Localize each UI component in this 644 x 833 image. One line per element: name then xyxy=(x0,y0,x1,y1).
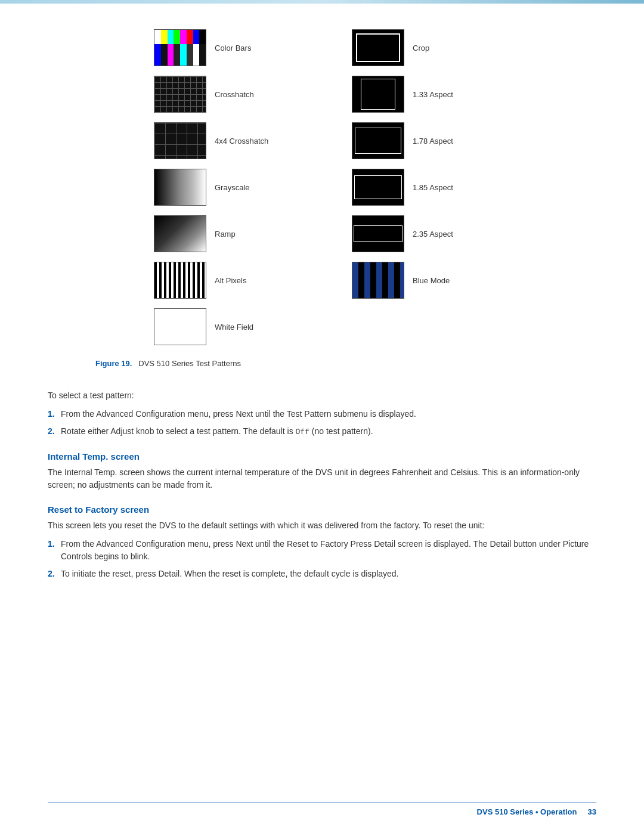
footer-text: DVS 510 Series • Operation xyxy=(477,807,577,816)
pattern-row-aspect235: 2.35 Aspect xyxy=(352,213,490,254)
thumb-grayscale xyxy=(154,169,206,206)
heading-reset-factory: Reset to Factory screen xyxy=(48,504,596,515)
pattern-row-aspect185: 1.85 Aspect xyxy=(352,167,490,208)
patterns-two-cols: Color Bars Crosshatch 4x4 xyxy=(154,27,490,353)
thumb-colorbars xyxy=(154,29,206,66)
step2-text: Rotate either Adjust knob to select a te… xyxy=(61,425,596,438)
pattern-row-crop: Crop xyxy=(352,27,490,68)
label-bluemode: Blue Mode xyxy=(413,276,490,285)
step-2: 2. Rotate either Adjust knob to select a… xyxy=(48,425,596,438)
label-whitefield: White Field xyxy=(215,323,292,332)
pattern-row-bluemode: Blue Mode xyxy=(352,260,490,301)
footer-divider xyxy=(48,803,596,803)
pattern-row-crosshatch: Crosshatch xyxy=(154,74,292,114)
label-crosshatch: Crosshatch xyxy=(215,90,292,99)
label-aspect235: 2.35 Aspect xyxy=(413,230,490,239)
section-reset-factory: Reset to Factory screen This screen lets… xyxy=(48,504,596,580)
thumb-aspect178 xyxy=(352,122,404,159)
thumb-crosshatch xyxy=(154,76,206,113)
label-aspect185: 1.85 Aspect xyxy=(413,183,490,192)
thumb-bluemode xyxy=(352,262,404,299)
label-altpixels: Alt Pixels xyxy=(215,276,292,285)
patterns-right-col: Crop 1.33 Aspect 1.78 Aspe xyxy=(352,27,490,353)
reset-step1-text: From the Advanced Configuration menu, pr… xyxy=(61,538,596,563)
heading-internal-temp: Internal Temp. screen xyxy=(48,451,596,462)
thumb-aspect133 xyxy=(352,76,404,113)
reset-step-2: 2. To initiate the reset, press Detail. … xyxy=(48,568,596,580)
label-aspect178: 1.78 Aspect xyxy=(413,137,490,145)
label-crop: Crop xyxy=(413,44,490,52)
reset-step1-num: 1. xyxy=(48,538,61,563)
label-crosshatch4: 4x4 Crosshatch xyxy=(215,137,292,145)
pattern-row-aspect133: 1.33 Aspect xyxy=(352,74,490,114)
thumb-aspect235 xyxy=(352,215,404,252)
body-reset-factory: This screen lets you reset the DVS to th… xyxy=(48,519,596,532)
pattern-row-whitefield: White Field xyxy=(154,306,292,347)
patterns-wrap: Color Bars Crosshatch 4x4 xyxy=(154,27,490,353)
step2-suffix: (no test pattern). xyxy=(309,426,373,436)
section-internal-temp: Internal Temp. screen The Internal Temp.… xyxy=(48,451,596,491)
thumb-whitefield xyxy=(154,308,206,345)
label-aspect133: 1.33 Aspect xyxy=(413,90,490,99)
thumb-altpixels xyxy=(154,262,206,299)
thumb-ramp xyxy=(154,215,206,252)
label-colorbars: Color Bars xyxy=(215,44,292,52)
thumb-crop xyxy=(352,29,404,66)
reset-step2-num: 2. xyxy=(48,568,61,580)
step-1: 1. From the Advanced Configuration menu,… xyxy=(48,408,596,420)
thumb-aspect185 xyxy=(352,169,404,206)
pattern-row-crosshatch4: 4x4 Crosshatch xyxy=(154,120,292,161)
patterns-left-col: Color Bars Crosshatch 4x4 xyxy=(154,27,292,353)
label-grayscale: Grayscale xyxy=(215,183,292,192)
label-ramp: Ramp xyxy=(215,230,292,239)
step1-num: 1. xyxy=(48,408,61,420)
figure-number: Figure 19. xyxy=(95,359,132,368)
pattern-row-colorbars: Color Bars xyxy=(154,27,292,68)
figure-caption: Figure 19. DVS 510 Series Test Patterns xyxy=(48,359,596,368)
pattern-row-aspect178: 1.78 Aspect xyxy=(352,120,490,161)
step1-text: From the Advanced Configuration menu, pr… xyxy=(61,408,596,420)
body-internal-temp: The Internal Temp. screen shows the curr… xyxy=(48,466,596,491)
pattern-row-ramp: Ramp xyxy=(154,213,292,254)
reset-step-1: 1. From the Advanced Configuration menu,… xyxy=(48,538,596,563)
figure-container: Color Bars Crosshatch 4x4 xyxy=(48,27,596,379)
figure-caption-text: DVS 510 Series Test Patterns xyxy=(138,359,241,368)
page-footer: DVS 510 Series • Operation 33 xyxy=(477,807,596,816)
step2-num: 2. xyxy=(48,425,61,438)
reset-step2-text: To initiate the reset, press Detail. Whe… xyxy=(61,568,596,580)
step2-code: Off xyxy=(296,428,309,436)
pattern-row-altpixels: Alt Pixels xyxy=(154,260,292,301)
intro-text: To select a test pattern: xyxy=(48,389,596,402)
thumb-crosshatch4 xyxy=(154,122,206,159)
footer-page: 33 xyxy=(588,807,596,816)
pattern-row-grayscale: Grayscale xyxy=(154,167,292,208)
